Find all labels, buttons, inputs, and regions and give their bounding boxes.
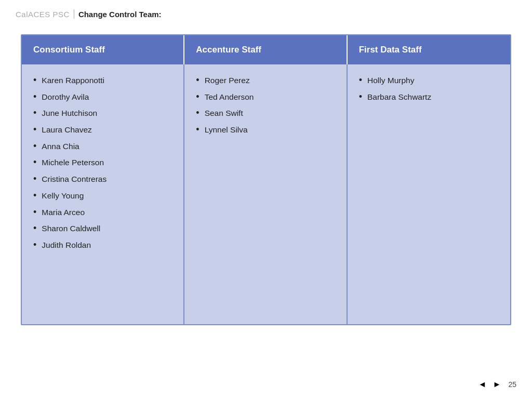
list-item: June Hutchison: [33, 108, 172, 119]
header-divider: [74, 9, 74, 19]
list-item: Michele Peterson: [33, 157, 172, 168]
firstdata-staff-list: Holly Murphy Barbara Schwartz: [359, 75, 499, 102]
consortium-staff-list: Karen Rapponotti Dorothy Avila June Hutc…: [33, 75, 172, 251]
staff-table: Consortium Staff Accenture Staff First D…: [21, 34, 511, 325]
list-item: Sharon Caldwell: [33, 223, 172, 234]
page-number: 25: [508, 380, 516, 389]
table-header-row: Consortium Staff Accenture Staff First D…: [22, 35, 510, 64]
list-item: Kelly Young: [33, 190, 172, 202]
col-header-firstdata: First Data Staff: [348, 35, 510, 64]
list-item: Ted Anderson: [196, 91, 335, 103]
consortium-staff-col: Karen Rapponotti Dorothy Avila June Hutc…: [22, 64, 184, 324]
list-item: Cristina Contreras: [33, 174, 172, 185]
list-item: Maria Arceo: [33, 207, 172, 218]
next-page-button[interactable]: ►: [491, 379, 502, 390]
col-header-accenture: Accenture Staff: [184, 35, 347, 64]
table-body: Karen Rapponotti Dorothy Avila June Hutc…: [22, 64, 510, 324]
prev-page-button[interactable]: ◄: [477, 379, 487, 390]
page-title: Change Control Team:: [78, 10, 162, 19]
page-header: CalACES PSC Change Control Team:: [0, 0, 532, 24]
list-item: Laura Chavez: [33, 124, 172, 136]
accenture-staff-col: Roger Perez Ted Anderson Sean Swift Lynn…: [184, 64, 347, 324]
page-footer: ◄ ► 25: [477, 379, 516, 390]
accenture-staff-list: Roger Perez Ted Anderson Sean Swift Lynn…: [196, 75, 335, 136]
list-item: Lynnel Silva: [196, 124, 335, 136]
list-item: Dorothy Avila: [33, 91, 172, 103]
main-content: Consortium Staff Accenture Staff First D…: [0, 24, 532, 336]
list-item: Judith Roldan: [33, 240, 172, 251]
list-item: Anna Chia: [33, 141, 172, 152]
list-item: Holly Murphy: [359, 75, 499, 86]
col-header-consortium: Consortium Staff: [22, 35, 184, 64]
firstdata-staff-col: Holly Murphy Barbara Schwartz: [348, 64, 510, 324]
brand-logo: CalACES PSC: [16, 10, 70, 19]
list-item: Roger Perez: [196, 75, 335, 86]
list-item: Barbara Schwartz: [359, 91, 499, 103]
list-item: Sean Swift: [196, 108, 335, 119]
list-item: Karen Rapponotti: [33, 75, 172, 86]
